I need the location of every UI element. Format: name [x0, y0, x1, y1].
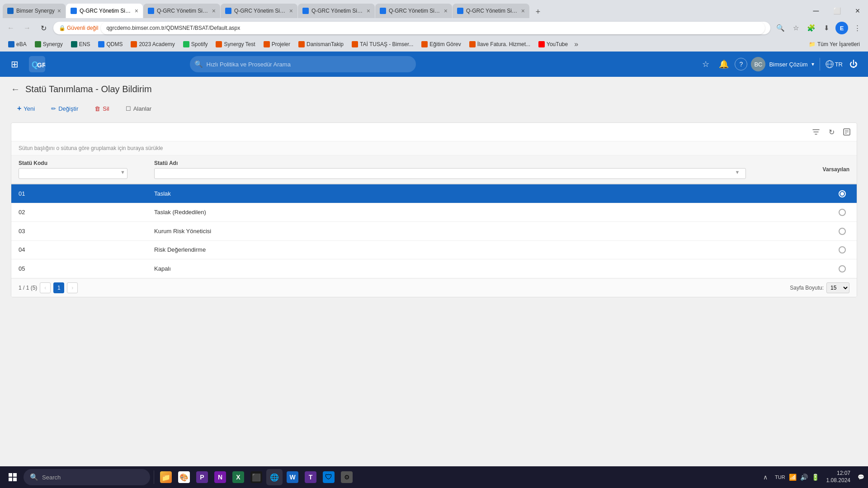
tab-close-icon[interactable]: × [57, 8, 61, 14]
page-size-select[interactable]: 15 25 50 100 [826, 282, 849, 293]
table-row[interactable]: 03Kurum Risk Yöneticisi [11, 222, 857, 241]
delete-button[interactable]: 🗑 Sil [88, 103, 115, 115]
radio-button[interactable] [839, 190, 846, 197]
tab-qgrc-3[interactable]: Q-GRC Yönetim Siste... × [221, 4, 297, 18]
tab-qgrc-6[interactable]: Q-GRC Yönetim Siste... × [453, 4, 529, 18]
radio-button[interactable] [839, 246, 846, 253]
menu-button[interactable]: ⋮ [851, 22, 863, 34]
taskbar-app-fileexplorer[interactable]: 📁 [158, 469, 174, 485]
wifi-icon[interactable]: 📶 [789, 474, 797, 481]
user-avatar[interactable]: BC [751, 57, 765, 71]
volume-icon[interactable]: 🔊 [800, 474, 808, 481]
taskbar-app-teams[interactable]: T [302, 469, 319, 485]
bookmark-eba[interactable]: eBA [5, 40, 30, 48]
prev-page-button[interactable]: ‹ [40, 282, 51, 293]
back-nav-button[interactable]: ← [5, 22, 17, 34]
taskbar-search[interactable]: 🔍 Search [24, 469, 150, 485]
filter-settings-button[interactable] [810, 126, 822, 138]
table-row[interactable]: 02Taslak (Reddedilen) [11, 203, 857, 222]
table-row[interactable]: 01Taslak [11, 184, 857, 203]
taskbar-app-excel[interactable]: X [230, 469, 246, 485]
taskbar-app-defender[interactable]: 🛡 [321, 469, 337, 485]
favorites-button[interactable]: ☆ [698, 57, 713, 71]
table-row[interactable]: 05Kapalı [11, 259, 857, 278]
fields-button[interactable]: ☐ Alanlar [119, 103, 158, 115]
user-dropdown-icon[interactable]: ▾ [811, 61, 814, 67]
tab-close-icon[interactable]: × [212, 8, 216, 14]
download-button[interactable]: ⬇ [820, 22, 833, 34]
bookmarks-more-button[interactable]: » [574, 40, 578, 48]
edit-button[interactable]: ✏ Değiştir [45, 103, 85, 115]
bookmark-2023academy[interactable]: 2023 Academy [127, 40, 178, 48]
tab-close-icon[interactable]: × [367, 8, 370, 14]
bookmark-youtube[interactable]: YouTube [535, 40, 571, 48]
bookmark-button[interactable]: ☆ [789, 22, 802, 34]
tab-close-icon[interactable]: × [521, 8, 525, 14]
language-selector[interactable]: TR [826, 60, 843, 68]
user-name-label[interactable]: Bimser Çözüm [769, 61, 807, 68]
taskbar-clock[interactable]: 12:07 1.08.2024 [823, 470, 854, 484]
help-button[interactable]: ? [735, 58, 747, 70]
bookmark-ilave[interactable]: İlave Fatura. Hizmet... [466, 40, 534, 48]
page-1-button[interactable]: 1 [53, 282, 64, 293]
tab-qgrc-4[interactable]: Q-GRC Yönetim Siste... × [298, 4, 375, 18]
notification-tray-icon[interactable]: 💬 [858, 474, 864, 480]
taskbar-app-app3[interactable]: P [194, 469, 210, 485]
radio-button[interactable] [839, 209, 846, 216]
next-page-button[interactable]: › [67, 282, 78, 293]
bookmark-ens[interactable]: ENS [67, 40, 94, 48]
battery-icon[interactable]: 🔋 [811, 474, 819, 481]
tab-qgrc-2[interactable]: Q-GRC Yönetim Siste... × [143, 4, 220, 18]
search-page-button[interactable]: 🔍 [774, 22, 787, 34]
col-varsayilan[interactable]: Varsayılan [784, 155, 857, 184]
address-input[interactable] [101, 22, 765, 34]
bookmark-egitim[interactable]: Eğitim Görev [418, 40, 464, 48]
profile-button[interactable]: E [835, 22, 848, 34]
bookmark-danisman[interactable]: DanismanTakip [295, 40, 347, 48]
notifications-button[interactable]: 🔔 [717, 57, 731, 71]
bookmark-spotify[interactable]: Spotify [179, 40, 212, 48]
export-button[interactable] [840, 126, 853, 138]
radio-button[interactable] [839, 265, 846, 272]
maximize-button[interactable]: ⬜ [826, 4, 847, 18]
power-button[interactable]: ⏻ [846, 57, 861, 71]
bookmarks-folder[interactable]: 📁 Tüm Yer İşaretleri [805, 40, 863, 48]
back-button[interactable]: ← [11, 84, 20, 94]
reload-button[interactable]: ↻ [37, 22, 50, 34]
taskbar-app-onenote[interactable]: N [212, 469, 228, 485]
taskbar-app-paint[interactable]: 🎨 [176, 469, 192, 485]
bookmark-synergy-test[interactable]: Synergy Test [212, 40, 259, 48]
bookmark-tai[interactable]: TAİ TUSAŞ - Bimser... [348, 40, 417, 48]
minimize-button[interactable]: ─ [806, 4, 826, 18]
tab-qgrc-5[interactable]: Q-GRC Yönetim Siste... × [375, 4, 452, 18]
extensions-button[interactable]: 🧩 [805, 22, 817, 34]
col-statu-adi[interactable]: Statü Adı ▼ [147, 155, 784, 184]
app-logo[interactable]: Q GRC [29, 56, 45, 72]
radio-button[interactable] [839, 228, 846, 235]
bookmark-qdms[interactable]: QDMS [94, 40, 126, 48]
taskbar-app-chrome[interactable]: 🌐 [266, 469, 283, 485]
up-arrow-icon[interactable]: ∧ [763, 474, 768, 481]
table-row[interactable]: 04Risk Değerlendirme [11, 240, 857, 259]
tab-bimser-synergy[interactable]: Bimser Synergy × [3, 4, 66, 18]
tab-close-icon[interactable]: × [444, 8, 448, 14]
refresh-button[interactable]: ↻ [825, 126, 838, 138]
tab-qgrc-active[interactable]: Q-GRC Yönetim Siste... × [66, 4, 143, 18]
tab-close-icon[interactable]: × [289, 8, 293, 14]
statu-kodu-filter-input[interactable] [19, 168, 127, 179]
bookmark-synergy[interactable]: Synergy [31, 40, 66, 48]
forward-nav-button[interactable]: → [21, 22, 33, 34]
bookmark-projeler[interactable]: Projeler [260, 40, 294, 48]
grid-menu-button[interactable]: ⊞ [7, 57, 22, 71]
new-button[interactable]: + Yeni [11, 102, 41, 115]
new-tab-button[interactable]: + [532, 5, 544, 18]
close-window-button[interactable]: × [847, 4, 868, 18]
table-wrapper[interactable]: Statü Kodu ▼ Statü Adı [11, 155, 857, 278]
taskbar-app-word[interactable]: W [284, 469, 301, 485]
search-input[interactable] [190, 56, 416, 72]
taskbar-app-app5[interactable]: ⬛ [248, 469, 264, 485]
taskbar-app-settings[interactable]: ⚙ [339, 469, 355, 485]
start-button[interactable] [4, 468, 22, 486]
statu-adi-filter-input[interactable] [154, 168, 746, 179]
tab-close-icon[interactable]: × [135, 8, 138, 14]
